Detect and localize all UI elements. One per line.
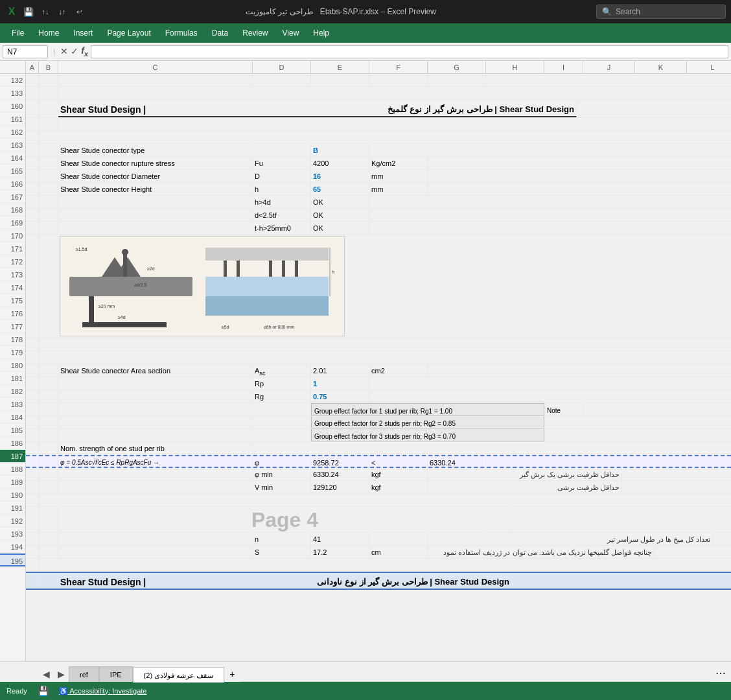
- r187-compare-value[interactable]: 6330.24: [428, 456, 486, 467]
- r163-a[interactable]: [26, 144, 39, 156]
- sheet-options-icon[interactable]: ⋯: [710, 664, 731, 682]
- menu-data[interactable]: Data: [205, 26, 235, 40]
- r164-value[interactable]: 4200: [311, 157, 369, 169]
- sort-asc-icon[interactable]: ↑↓: [39, 5, 52, 18]
- insert-function-icon[interactable]: fx: [81, 45, 88, 58]
- r181-a[interactable]: [26, 377, 39, 390]
- r186-b[interactable]: [39, 442, 58, 454]
- r193-a[interactable]: [26, 546, 39, 558]
- cancel-formula-icon[interactable]: ✕: [60, 46, 68, 56]
- r165-a[interactable]: [26, 170, 39, 182]
- r133-b[interactable]: [39, 87, 58, 99]
- r180-a[interactable]: [26, 364, 39, 377]
- r193-b[interactable]: [39, 546, 58, 558]
- r193-c[interactable]: [58, 546, 253, 558]
- r193-value[interactable]: 17.2: [311, 546, 369, 558]
- r169-a[interactable]: [26, 222, 39, 234]
- r160-b[interactable]: [39, 100, 58, 117]
- r164-unit[interactable]: Kg/cm2: [369, 157, 428, 169]
- r181-symbol[interactable]: Rp: [253, 377, 311, 390]
- menu-formulas[interactable]: Formulas: [159, 26, 204, 40]
- r193-unit[interactable]: cm: [369, 546, 428, 558]
- r169-c[interactable]: [58, 222, 253, 234]
- r167-b[interactable]: [39, 196, 58, 208]
- r191-a[interactable]: [26, 507, 39, 532]
- r187-formula[interactable]: φ = 0.5Asc√f'cEc ≤ RpRgAscFu →: [58, 456, 253, 467]
- r166-b[interactable]: [39, 183, 58, 195]
- r185-b[interactable]: [39, 429, 58, 441]
- r165-value[interactable]: 16: [311, 170, 369, 182]
- r187-symbol[interactable]: φ: [253, 456, 311, 467]
- r187-value[interactable]: 9258.72: [311, 456, 369, 467]
- r166-symbol[interactable]: h: [253, 183, 311, 195]
- r170-a[interactable]: [26, 235, 39, 338]
- r167-a[interactable]: [26, 196, 39, 208]
- r178-a[interactable]: [26, 338, 39, 351]
- r189-value[interactable]: 129120: [311, 481, 369, 493]
- r182-c[interactable]: [58, 390, 253, 402]
- sort-desc-icon[interactable]: ↓↑: [56, 5, 69, 18]
- search-box[interactable]: 🔍 Search: [596, 5, 726, 19]
- r161-c[interactable]: [58, 118, 253, 130]
- r166-label[interactable]: Shear Stude conector Height: [58, 183, 253, 195]
- r160-section-title[interactable]: Shear Stud Design | طراحی برش گیر از نوع…: [58, 100, 577, 117]
- r165-b[interactable]: [39, 170, 58, 182]
- r163-b[interactable]: [39, 144, 58, 156]
- r168-c[interactable]: [58, 209, 253, 221]
- r189-symbol[interactable]: V min: [253, 481, 311, 493]
- r132-g[interactable]: [428, 74, 486, 86]
- add-tab-button[interactable]: +: [224, 666, 240, 682]
- r189-b[interactable]: [39, 481, 58, 493]
- tab-ipe[interactable]: IPE: [99, 666, 133, 682]
- tab-next-icon[interactable]: ▶: [54, 666, 69, 682]
- r192-symbol[interactable]: n: [253, 533, 311, 545]
- r163-label[interactable]: Shear Stude conector type: [58, 144, 253, 156]
- r182-symbol[interactable]: Rg: [253, 390, 311, 402]
- menu-insert[interactable]: Insert: [67, 26, 99, 40]
- r167-value[interactable]: OK: [311, 196, 369, 208]
- r132-f[interactable]: [369, 74, 428, 86]
- r187-compare[interactable]: <: [369, 456, 428, 467]
- r183-a[interactable]: [26, 403, 39, 415]
- r184-b[interactable]: [39, 416, 58, 428]
- r188-symbol[interactable]: φ min: [253, 468, 311, 480]
- r132-d[interactable]: [253, 74, 311, 86]
- r188-b[interactable]: [39, 468, 58, 480]
- r195-a[interactable]: [26, 573, 39, 589]
- r164-label[interactable]: Shear Stude conector rupture stress: [58, 157, 253, 169]
- r187-b[interactable]: [39, 456, 58, 467]
- r160-a[interactable]: [26, 100, 39, 117]
- r167-c[interactable]: [58, 196, 253, 208]
- menu-help[interactable]: Help: [307, 26, 336, 40]
- r164-b[interactable]: [39, 157, 58, 169]
- r164-a[interactable]: [26, 157, 39, 169]
- r163-value[interactable]: B: [311, 144, 369, 156]
- r183-d[interactable]: [253, 403, 311, 415]
- r181-value[interactable]: 1: [311, 377, 369, 390]
- r133-a[interactable]: [26, 87, 39, 99]
- r166-a[interactable]: [26, 183, 39, 195]
- r192-g[interactable]: [428, 533, 486, 545]
- r165-label[interactable]: Shear Stude conector Diameter: [58, 170, 253, 182]
- formula-input[interactable]: [91, 45, 728, 58]
- r168-symbol[interactable]: d<2.5tf: [253, 209, 311, 221]
- r163-d[interactable]: [253, 144, 311, 156]
- r161-a[interactable]: [26, 118, 39, 130]
- r192-b[interactable]: [39, 533, 58, 545]
- r168-a[interactable]: [26, 209, 39, 221]
- r184-a[interactable]: [26, 416, 39, 428]
- menu-review[interactable]: Review: [236, 26, 274, 40]
- r132-a[interactable]: [26, 74, 39, 86]
- r180-unit[interactable]: cm2: [369, 364, 428, 377]
- menu-home[interactable]: Home: [32, 26, 65, 40]
- r183-c[interactable]: [58, 403, 253, 415]
- r189-c[interactable]: [58, 481, 253, 493]
- r195-section-title[interactable]: Shear Stud Design | طراحی برش گیر از نوع…: [58, 573, 512, 589]
- r182-b[interactable]: [39, 390, 58, 402]
- r162-a[interactable]: [26, 131, 39, 143]
- r192-f[interactable]: [369, 533, 428, 545]
- r194-a[interactable]: [26, 559, 39, 571]
- r186-a[interactable]: [26, 442, 39, 454]
- r182-a[interactable]: [26, 390, 39, 402]
- r185-d[interactable]: [253, 429, 311, 441]
